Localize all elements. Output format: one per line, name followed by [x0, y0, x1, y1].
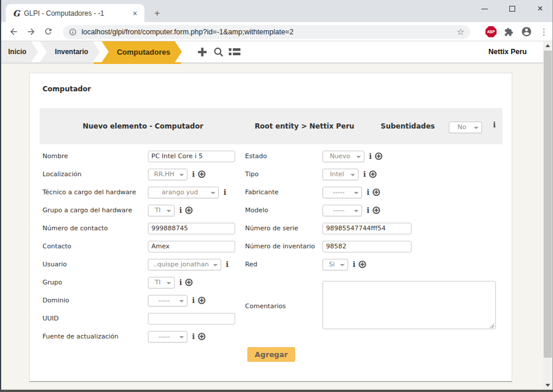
add-circle-icon[interactable] — [359, 261, 366, 268]
page-scrollbar[interactable] — [543, 41, 552, 390]
info-icon[interactable]: i — [192, 333, 195, 341]
field-label: Fuente de actualización — [42, 333, 148, 340]
red-select[interactable]: Si — [322, 259, 348, 270]
field-label: Grupo a cargo del hardware — [42, 206, 148, 214]
add-circle-icon[interactable] — [198, 170, 205, 178]
window-left-edge — [0, 0, 1, 392]
close-icon: × — [537, 4, 543, 13]
info-icon[interactable]: i — [367, 206, 370, 215]
add-circle-icon[interactable] — [198, 333, 205, 340]
form-row-fabricante: Fabricante ----- i — [245, 183, 504, 201]
window-close-button[interactable]: × — [527, 0, 553, 17]
fabricante-select[interactable]: ----- — [322, 187, 362, 198]
fuente-actualizacion-select[interactable]: ----- — [148, 331, 187, 343]
grupo-select[interactable]: TI — [148, 277, 175, 288]
search-icon — [214, 47, 224, 57]
search-button[interactable] — [210, 41, 226, 62]
chevron-down-icon — [166, 210, 171, 212]
select-value: ..quispe jonathan — [153, 261, 215, 268]
scroll-down-button[interactable] — [543, 381, 552, 390]
breadcrumb: Inicio Inventario Computadores — [0, 41, 243, 62]
info-icon[interactable]: i — [179, 279, 182, 287]
estado-select[interactable]: Nuevo — [322, 151, 364, 162]
field-label: Técnico a cargo del hardware — [42, 188, 148, 196]
grupo-cargo-select[interactable]: TI — [148, 205, 175, 216]
info-icon[interactable]: i — [353, 261, 356, 269]
forward-arrow-icon — [26, 27, 36, 37]
info-icon[interactable]: i — [226, 261, 229, 269]
add-item-button[interactable] — [194, 41, 210, 62]
uuid-input[interactable] — [148, 313, 235, 325]
add-circle-icon[interactable] — [185, 206, 193, 214]
add-circle-icon[interactable] — [373, 188, 380, 196]
plus-icon — [198, 48, 207, 56]
info-icon[interactable]: i — [192, 170, 195, 179]
browser-menu-icon[interactable]: ⋮ — [540, 27, 548, 37]
agregar-button[interactable]: Agregar — [247, 347, 296, 362]
select-value: ----- — [158, 333, 177, 340]
forward-button[interactable] — [22, 24, 40, 39]
add-circle-icon[interactable] — [375, 152, 382, 160]
resize-grip-icon[interactable] — [489, 323, 494, 328]
window-minimize-button[interactable] — [472, 0, 497, 17]
add-circle-icon[interactable] — [185, 279, 193, 286]
reload-icon — [44, 27, 53, 36]
address-bar[interactable]: localhost/glpi/front/computer.form.php?i… — [63, 25, 470, 39]
subentities-select[interactable]: No — [449, 122, 482, 133]
info-icon[interactable]: i — [493, 121, 496, 129]
form-row-modelo: Modelo ----- i — [245, 201, 504, 219]
reload-button[interactable] — [40, 24, 57, 39]
comentarios-textarea[interactable] — [322, 281, 496, 329]
add-circle-icon[interactable] — [369, 170, 377, 178]
dominio-select[interactable]: ----- — [148, 295, 187, 307]
form-row-numero-serie: Número de serie — [245, 219, 504, 237]
new-tab-button[interactable]: + — [151, 8, 163, 19]
tab-close-icon[interactable]: × — [130, 9, 140, 18]
breadcrumb-item-inventario[interactable]: Inventario — [40, 41, 100, 62]
bookmark-star-icon[interactable]: ☆ — [457, 27, 465, 37]
url-text[interactable]: localhost/glpi/front/computer.form.php?i… — [81, 28, 457, 36]
form-row-uuid: UUID — [42, 309, 252, 327]
list-view-button[interactable] — [226, 41, 243, 62]
modelo-select[interactable]: ----- — [322, 205, 362, 216]
usuario-select[interactable]: ..quispe jonathan — [148, 259, 221, 270]
numero-contacto-input[interactable] — [148, 223, 235, 234]
info-icon[interactable]: i — [367, 188, 370, 197]
breadcrumb-item-computadores[interactable]: Computadores — [102, 41, 182, 62]
tab-title: GLPI - Computadores - -1 — [24, 9, 130, 17]
info-icon[interactable]: i — [363, 170, 366, 179]
numero-serie-input[interactable] — [322, 223, 412, 234]
scrollbar-thumb[interactable] — [544, 51, 552, 358]
select-value: ----- — [333, 188, 352, 196]
back-button[interactable] — [5, 24, 22, 39]
select-value: ----- — [158, 297, 177, 304]
form-row-usuario: Usuario ..quispe jonathan i — [42, 255, 252, 273]
tecnico-select[interactable]: arango yud — [148, 187, 219, 198]
localizacion-select[interactable]: RR.HH — [148, 169, 187, 180]
tipo-select[interactable]: Intel — [322, 169, 359, 180]
info-icon[interactable]: i — [192, 297, 195, 305]
breadcrumb-item-inicio[interactable]: Inicio — [0, 41, 38, 62]
nombre-input[interactable] — [148, 151, 235, 162]
info-icon[interactable]: i — [179, 206, 182, 215]
select-value: RR.HH — [154, 170, 182, 178]
window-bottom-edge — [0, 390, 553, 392]
select-value: arango yud — [162, 188, 205, 196]
extensions-puzzle-icon[interactable] — [504, 27, 513, 37]
current-entity-label[interactable]: Nettix Peru — [488, 41, 527, 62]
page-info-icon[interactable] — [69, 28, 77, 36]
field-label: Red — [245, 261, 322, 268]
info-icon[interactable]: i — [369, 152, 372, 161]
field-label: Número de inventario — [245, 243, 322, 250]
adblock-extension-icon[interactable]: ABP — [485, 26, 497, 37]
browser-tab[interactable]: G GLPI - Computadores - -1 × — [6, 4, 144, 22]
info-icon[interactable]: i — [224, 188, 226, 197]
form-row-grupo-cargo: Grupo a cargo del hardware TI i — [42, 201, 252, 219]
window-maximize-button[interactable] — [499, 0, 525, 17]
add-circle-icon[interactable] — [373, 206, 380, 214]
profile-avatar-icon[interactable] — [521, 26, 532, 37]
add-circle-icon[interactable] — [198, 297, 205, 304]
contacto-input[interactable] — [148, 241, 235, 252]
scroll-up-button[interactable] — [543, 41, 552, 50]
numero-inventario-input[interactable] — [322, 241, 412, 252]
